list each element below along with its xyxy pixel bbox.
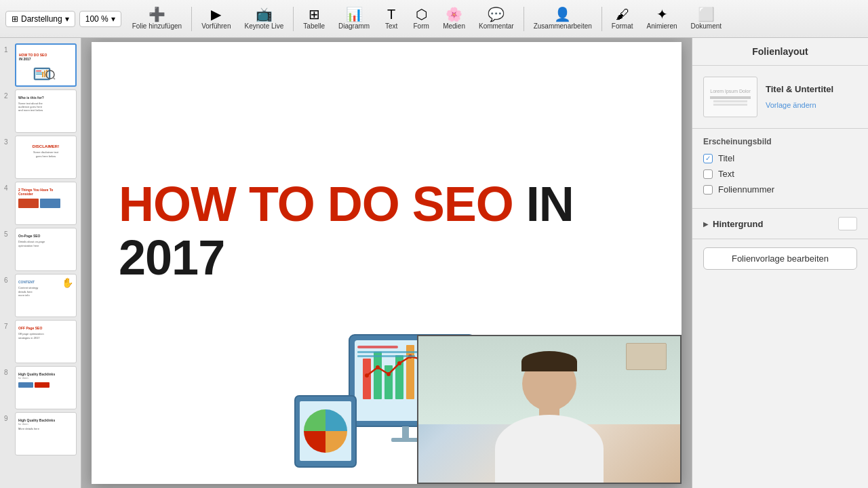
- play-icon: ▶: [211, 7, 221, 21]
- slide-preview-4[interactable]: 2 Things You Have To Consider: [15, 182, 77, 225]
- diagram-label: Diagramm: [338, 22, 370, 30]
- title-checkbox-row[interactable]: ✓ Titel: [703, 153, 857, 163]
- slide-preview-6[interactable]: CONTENT Content strategydetails heremore…: [15, 274, 77, 317]
- title-checkbox[interactable]: ✓: [703, 154, 713, 163]
- slide-thumb-1[interactable]: 1 HOW TO DO SEO IN 2017: [4, 43, 77, 87]
- zoom-control[interactable]: 100 % ▾: [79, 11, 121, 27]
- layout-name: Titel & Untertitel: [766, 84, 857, 94]
- zoom-value: 100 %: [85, 14, 108, 24]
- form-icon: ⬡: [416, 7, 427, 21]
- text-checkbox-label: Text: [718, 169, 734, 179]
- play-group[interactable]: ▶ Vorführen: [195, 5, 237, 33]
- add-slide-icon: ➕: [149, 7, 165, 21]
- page-number-checkbox[interactable]: [703, 185, 713, 195]
- svg-rect-26: [391, 438, 420, 442]
- svg-rect-6: [44, 70, 45, 77]
- document-icon: ⬜: [698, 7, 715, 21]
- slide-num-4: 4: [4, 182, 12, 192]
- appearance-title: Erscheinungsbild: [703, 137, 857, 146]
- slide-thumb-3[interactable]: 3 DISCLAIMER! Some disclaimer textgoes h…: [4, 136, 77, 179]
- keynote-live-icon: 📺: [256, 7, 273, 21]
- slide-num-3: 3: [4, 136, 12, 146]
- svg-rect-2: [36, 70, 41, 72]
- svg-rect-4: [36, 74, 43, 75]
- diagram-icon: 📊: [346, 7, 363, 21]
- svg-rect-13: [374, 352, 382, 399]
- media-group[interactable]: 🌸 Medien: [436, 5, 472, 33]
- view-label: Darstellung: [21, 14, 62, 24]
- slide-num-1: 1: [4, 43, 12, 54]
- svg-rect-5: [42, 72, 43, 77]
- divider-1: [191, 7, 192, 31]
- keynote-live-group[interactable]: 📺 Keynote Live: [238, 5, 291, 33]
- panel-header: Folienlayout: [692, 38, 868, 66]
- slide-thumb-7[interactable]: 7 OFF Page SEO Off page optimizationstra…: [4, 320, 77, 363]
- background-color-swatch[interactable]: [838, 217, 857, 230]
- slide-preview-1[interactable]: HOW TO DO SEO IN 2017: [15, 43, 77, 87]
- slide-thumb-6[interactable]: 6 CONTENT Content strategydetails heremo…: [4, 274, 77, 317]
- add-slide-label: Folie hinzufügen: [132, 22, 182, 30]
- text-icon: T: [387, 7, 395, 21]
- slide-thumb-8[interactable]: 8 High Quality Backlinks for them: [4, 366, 77, 409]
- layout-thumbnail: Lorem Ipsum Dolor: [703, 77, 757, 117]
- slide-thumb-2[interactable]: 2 Who is this for? Some text about theau…: [4, 89, 77, 133]
- document-label: Dokument: [691, 22, 722, 30]
- slide-preview-3[interactable]: DISCLAIMER! Some disclaimer textgoes her…: [15, 136, 77, 179]
- collaborate-group[interactable]: 👤 Zusammenarbeiten: [527, 5, 599, 33]
- table-label: Tabelle: [303, 22, 325, 30]
- text-checkbox-row[interactable]: Text: [703, 169, 857, 179]
- table-group[interactable]: ⊞ Tabelle: [296, 5, 332, 33]
- comment-icon: 💬: [488, 7, 505, 21]
- svg-line-9: [53, 77, 55, 79]
- chevron-down-icon: ▾: [65, 14, 69, 24]
- slide-thumb-4[interactable]: 4 2 Things You Have To Consider: [4, 182, 77, 225]
- svg-rect-37: [357, 355, 415, 357]
- slide-num-2: 2: [4, 89, 12, 100]
- edit-template-button[interactable]: Folienvorlage bearbeiten: [703, 247, 857, 270]
- background-collapsible[interactable]: ▶ Hintergrund: [692, 209, 868, 239]
- animate-icon: ✦: [656, 7, 668, 21]
- person-body: [495, 415, 604, 483]
- add-slide-group[interactable]: ➕ Folie hinzufügen: [125, 5, 189, 33]
- comment-group[interactable]: 💬 Kommentar: [472, 5, 521, 33]
- slide-preview-9[interactable]: High Quality Backlinks for them More det…: [15, 412, 77, 455]
- slide-preview-5[interactable]: On-Page SEO Details about on-pageoptimiz…: [15, 228, 77, 271]
- slide-num-9: 9: [4, 412, 12, 422]
- document-group[interactable]: ⬜ Dokument: [684, 5, 729, 33]
- svg-rect-35: [357, 346, 398, 348]
- slide-preview-8[interactable]: High Quality Backlinks for them: [15, 366, 77, 409]
- canvas-area[interactable]: HOW TO DO SEO IN 2017: [81, 38, 692, 488]
- toolbar: ⊞ Darstellung ▾ 100 % ▾ ➕ Folie hinzufüg…: [0, 0, 868, 38]
- title-checkbox-label: Titel: [718, 153, 734, 163]
- comment-label: Kommentar: [479, 22, 514, 30]
- view-control[interactable]: ⊞ Darstellung ▾: [5, 11, 75, 27]
- slide-title-red: HOW TO DO SEO: [119, 177, 513, 231]
- text-group[interactable]: T Text: [376, 5, 406, 33]
- background-label: Hintergrund: [713, 219, 834, 229]
- page-number-checkbox-row[interactable]: Foliennummer: [703, 184, 857, 195]
- diagram-group[interactable]: 📊 Diagramm: [332, 5, 376, 33]
- slide-preview-2[interactable]: Who is this for? Some text about theaudi…: [15, 89, 77, 133]
- form-group[interactable]: ⬡ Form: [406, 5, 436, 33]
- layout-change-button[interactable]: Vorlage ändern: [766, 101, 816, 109]
- svg-point-23: [397, 361, 401, 365]
- slide-title[interactable]: HOW TO DO SEO IN 2017: [119, 178, 654, 285]
- video-overlay: [417, 335, 682, 484]
- text-checkbox[interactable]: [703, 169, 713, 179]
- divider-4: [601, 7, 602, 31]
- slide-thumb-9[interactable]: 9 High Quality Backlinks for them More d…: [4, 412, 77, 455]
- grid-icon: ⊞: [12, 14, 18, 24]
- slide-preview-7[interactable]: OFF Page SEO Off page optimizationstrate…: [15, 320, 77, 363]
- keynote-live-label: Keynote Live: [245, 22, 284, 30]
- animate-label: Animieren: [646, 22, 677, 30]
- slide-thumb-5[interactable]: 5 On-Page SEO Details about on-pageoptim…: [4, 228, 77, 271]
- right-panel: Folienlayout Lorem Ipsum Dolor Titel & U…: [692, 38, 868, 488]
- slide-num-6: 6: [4, 274, 12, 284]
- format-icon: 🖌: [616, 7, 629, 21]
- slide-canvas[interactable]: HOW TO DO SEO IN 2017: [92, 42, 682, 484]
- animate-group[interactable]: ✦ Animieren: [639, 5, 684, 33]
- collaborate-icon: 👤: [554, 7, 571, 21]
- video-person: [418, 336, 680, 483]
- format-group[interactable]: 🖌 Format: [605, 5, 640, 33]
- media-icon: 🌸: [446, 7, 462, 21]
